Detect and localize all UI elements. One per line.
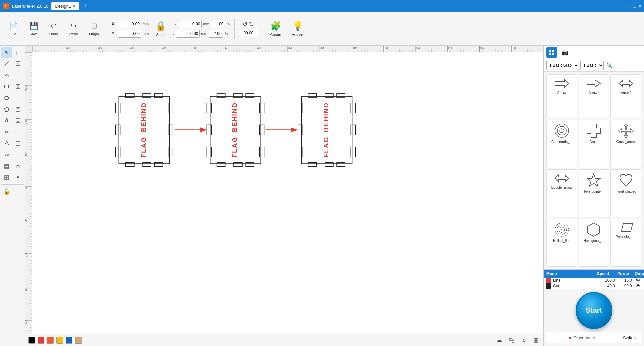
undo-button[interactable]: ↩ Undo (44, 20, 63, 38)
layer-row-line[interactable]: Line 100.0 15.0 👁 (544, 278, 644, 283)
lock-button[interactable]: 🔒 (1, 186, 12, 197)
align-button[interactable] (495, 336, 504, 345)
disconnect-button[interactable]: ● Disconnect (546, 332, 617, 343)
width-pct-input[interactable] (211, 20, 225, 28)
rotate-cw-button[interactable]: ↻ (249, 21, 254, 28)
shapes-search-button[interactable]: 🔍 (605, 61, 614, 70)
maximize-button[interactable]: □ (633, 3, 636, 9)
svg-text:-25: -25 (193, 46, 196, 49)
file-button[interactable]: 📄 File (4, 20, 23, 38)
group-button[interactable] (507, 336, 517, 345)
ellipse-aux-button[interactable] (13, 93, 23, 103)
category-select-1[interactable]: 1.BasicGrap (546, 61, 579, 70)
shape-heart[interactable]: Heart-shaped (610, 169, 641, 217)
w-pct-sign: % (227, 22, 230, 26)
layer-tool-button[interactable] (1, 161, 12, 172)
shape-arrow[interactable]: Arrow (546, 74, 577, 118)
height-input[interactable] (176, 30, 200, 38)
curve-tool-button[interactable] (1, 70, 12, 80)
scale-button[interactable]: 🔒 Scale (151, 19, 170, 39)
rotation-input[interactable] (238, 29, 258, 37)
layer-table: Mode Speed Power Output Line 100.0 15.0 … (544, 269, 644, 289)
shape-concentric[interactable]: Concentric_... (546, 120, 577, 168)
bottom-bar: ↻ (25, 334, 543, 346)
array-tool-button[interactable] (1, 172, 12, 183)
advice-button[interactable]: 💡 Advice (287, 19, 308, 39)
pen-tool-button[interactable]: ✏ (1, 127, 12, 137)
height-pct-input[interactable] (209, 30, 223, 38)
minimize-button[interactable]: ─ (627, 3, 630, 9)
design-tab[interactable]: Design1 × (51, 2, 79, 10)
rotate-ccw-button[interactable]: ↺ (243, 21, 248, 28)
create-button[interactable]: 🧩 Create (265, 19, 286, 39)
curve-aux-button[interactable] (13, 70, 23, 80)
line-color-swatch (546, 278, 551, 283)
color-blue[interactable] (66, 337, 72, 344)
width-icon: ↔ (173, 22, 177, 26)
switch-button[interactable]: Switch (617, 332, 641, 343)
canvas-content[interactable]: FLAG_BEHIND (32, 52, 543, 346)
close-window-button[interactable]: × (639, 3, 641, 9)
shape-hexagonal[interactable]: Hexagonal_... (579, 219, 609, 267)
pen-aux-button[interactable] (13, 127, 23, 137)
redo-button[interactable]: ↪ Redo (64, 20, 83, 38)
cross-arrow-icon (618, 123, 634, 139)
shape-cross[interactable]: Cross (579, 120, 609, 168)
color-red[interactable] (38, 337, 44, 344)
shape-five-point[interactable]: Five-pointe... (579, 169, 609, 217)
shape-cross-arrow[interactable]: Cross_arrow (610, 120, 641, 168)
layer-row-cut[interactable]: Cut 40.0 99.0 👁 (544, 283, 644, 289)
canvas-area[interactable]: -325-250-175-100-25501252002753504255005… (25, 46, 543, 346)
disconnect-label: Disconnect (574, 335, 595, 340)
rectangle-tool-button[interactable] (1, 81, 12, 92)
x-input[interactable] (118, 20, 141, 28)
fill-aux-button[interactable] (13, 138, 23, 149)
rect-aux-button[interactable] (13, 81, 23, 92)
camera-button[interactable]: 📷 (560, 47, 571, 58)
ellipse-tool-button[interactable] (1, 93, 12, 103)
line-tool-button[interactable] (1, 58, 12, 69)
select-area-tool-button[interactable]: ⬚ (13, 47, 23, 58)
line-mode-label: Line (553, 278, 598, 283)
start-button[interactable]: Start (576, 292, 612, 329)
category-select-2[interactable]: 1.Basic (580, 61, 604, 70)
eraser-aux-button[interactable] (13, 150, 23, 160)
svg-marker-371 (587, 174, 600, 186)
svg-rect-347 (498, 340, 501, 341)
shape-arrow1[interactable]: Arrow1 (579, 74, 609, 118)
polygon-tool-button[interactable] (1, 104, 12, 115)
svg-rect-354 (536, 338, 538, 340)
shape-heart-label: Heart-shaped (616, 190, 636, 193)
fill-tool-button[interactable] (1, 138, 12, 149)
tab-close-icon[interactable]: × (73, 4, 75, 8)
grid-button[interactable] (531, 336, 541, 345)
origin-button[interactable]: ⊞ Origin (85, 20, 103, 38)
text-aux-button[interactable]: A (13, 115, 23, 126)
line-visibility-button[interactable]: 👁 (632, 278, 644, 283)
shape-parallelogram[interactable]: Parallelogram (610, 219, 641, 267)
shape-arrow2[interactable]: Arrow2 (610, 74, 641, 118)
shapes-grid-view-button[interactable] (546, 47, 557, 58)
color-tan[interactable] (75, 337, 82, 344)
select-tool-button[interactable]: ↖ (1, 47, 12, 58)
y-input[interactable] (118, 30, 141, 38)
save-button[interactable]: 💾 Save (24, 20, 43, 38)
refresh-button[interactable]: ↻ (519, 336, 529, 345)
width-input[interactable] (178, 20, 202, 28)
svg-marker-364 (619, 80, 633, 87)
color-black[interactable] (28, 337, 35, 344)
text-tool-button[interactable]: A (1, 115, 12, 126)
color-yellow[interactable] (56, 337, 63, 344)
color-orange[interactable] (47, 337, 54, 344)
app-icon: L (3, 3, 9, 9)
svg-rect-357 (549, 50, 551, 52)
shape-helical[interactable]: Helical_line (546, 219, 577, 267)
cut-visibility-button[interactable]: 👁 (632, 283, 644, 289)
line-aux-button[interactable] (13, 58, 23, 69)
add-tab-button[interactable]: + (84, 3, 87, 10)
shape-double-arrow[interactable]: Double_arrow (546, 169, 577, 217)
poly-aux-button[interactable] (13, 104, 23, 115)
eraser-tool-button[interactable]: ✂ (1, 150, 12, 160)
layer-aux-button[interactable] (13, 161, 23, 172)
array-aux-button[interactable] (13, 172, 23, 183)
